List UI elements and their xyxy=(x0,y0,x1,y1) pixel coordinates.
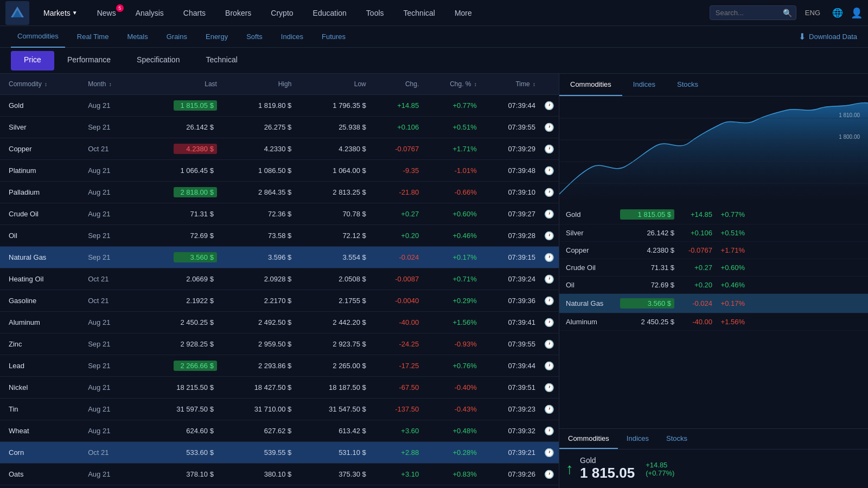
commodity-alert[interactable]: 🕐 xyxy=(540,312,559,333)
table-row[interactable]: Oats Aug 21 378.10 $ 380.10 $ 375.30 $ +… xyxy=(0,464,559,485)
user-avatar[interactable]: 👤 xyxy=(851,7,863,19)
mini-row[interactable]: Silver 26.142 $ +0.106 +0.51% xyxy=(559,224,868,242)
nav-metals[interactable]: Metals xyxy=(120,26,154,48)
table-row[interactable]: Natural Gas Sep 21 3.560 $ 3.596 $ 3.554… xyxy=(0,247,559,268)
alert-clock-icon[interactable]: 🕐 xyxy=(544,339,554,349)
download-data-button[interactable]: ⬇ Download Data xyxy=(799,31,857,42)
commodity-alert[interactable]: 🕐 xyxy=(540,203,559,225)
mini-row[interactable]: Oil 72.69 $ +0.20 +0.46% xyxy=(559,277,868,294)
table-row[interactable]: Aluminum Aug 21 2 450.25 $ 2 492.50 $ 2 … xyxy=(0,312,559,333)
commodity-alert[interactable]: 🕐 xyxy=(540,485,559,489)
nav-tools[interactable]: Tools xyxy=(356,0,394,26)
col-chgpct[interactable]: Chg. % ↕ xyxy=(423,74,481,95)
table-row[interactable]: Palladium Aug 21 2 818.00 $ 2 864.35 $ 2… xyxy=(0,182,559,203)
alert-clock-icon[interactable]: 🕐 xyxy=(544,166,554,175)
nav-more[interactable]: More xyxy=(445,0,482,26)
alert-clock-icon[interactable]: 🕐 xyxy=(544,470,554,479)
table-row[interactable]: Copper Oct 21 4.2380 $ 4.2330 $ 4.2380 $… xyxy=(0,138,559,160)
nav-charts[interactable]: Charts xyxy=(174,0,215,26)
table-row[interactable]: Heating Oil Oct 21 2.0669 $ 2.0928 $ 2.0… xyxy=(0,268,559,290)
nav-realtime[interactable]: Real Time xyxy=(71,26,116,48)
commodity-alert[interactable]: 🕐 xyxy=(540,138,559,160)
commodity-alert[interactable]: 🕐 xyxy=(540,442,559,464)
col-time[interactable]: Time ↕ xyxy=(481,74,540,95)
table-row[interactable]: Platinum Aug 21 1 066.45 $ 1 086.50 $ 1 … xyxy=(0,160,559,182)
alert-clock-icon[interactable]: 🕐 xyxy=(544,404,554,414)
table-row[interactable]: Tin Aug 21 31 597.50 $ 31 710.00 $ 31 54… xyxy=(0,399,559,420)
nav-crypto[interactable]: Crypto xyxy=(261,0,303,26)
alert-clock-icon[interactable]: 🕐 xyxy=(544,448,554,457)
alert-clock-icon[interactable]: 🕐 xyxy=(544,361,554,370)
commodity-alert[interactable]: 🕐 xyxy=(540,160,559,182)
col-last[interactable]: Last xyxy=(136,74,221,95)
col-high[interactable]: High xyxy=(221,74,296,95)
table-row[interactable]: Nickel Aug 21 18 215.50 $ 18 427.50 $ 18… xyxy=(0,377,559,399)
nav-indices[interactable]: Indices xyxy=(275,26,310,48)
commodity-alert[interactable]: 🕐 xyxy=(540,117,559,138)
alert-clock-icon[interactable]: 🕐 xyxy=(544,144,554,153)
bottom-tab-stocks[interactable]: Stocks xyxy=(658,429,696,449)
nav-commodities[interactable]: Commodities xyxy=(11,26,65,48)
col-chg[interactable]: Chg. xyxy=(371,74,424,95)
table-row[interactable]: Crude Oil Aug 21 71.31 $ 72.36 $ 70.78 $… xyxy=(0,203,559,225)
nav-grains[interactable]: Grains xyxy=(160,26,194,48)
tab-technical[interactable]: Technical xyxy=(193,48,250,74)
bottom-tab-indices[interactable]: Indices xyxy=(618,429,658,449)
commodity-alert[interactable]: 🕐 xyxy=(540,333,559,355)
table-row[interactable]: Silver Sep 21 26.142 $ 26.275 $ 25.938 $… xyxy=(0,117,559,138)
alert-clock-icon[interactable]: 🕐 xyxy=(544,296,554,305)
mini-row[interactable]: Copper 4.2380 $ -0.0767 +1.71% xyxy=(559,242,868,259)
alert-clock-icon[interactable]: 🕐 xyxy=(544,231,554,240)
commodity-alert[interactable]: 🕐 xyxy=(540,95,559,117)
tab-specification[interactable]: Specification xyxy=(124,48,193,74)
table-row[interactable]: Lunberum Aug 21 810.30 $ 852.40 $ 779.70… xyxy=(0,485,559,489)
table-row[interactable]: Wheat Aug 21 624.60 $ 627.62 $ 613.42 $ … xyxy=(0,420,559,442)
commodity-alert[interactable]: 🕐 xyxy=(540,225,559,247)
language-selector[interactable]: ENG xyxy=(801,9,825,17)
nav-energy[interactable]: Energy xyxy=(199,26,234,48)
alert-clock-icon[interactable]: 🕐 xyxy=(544,274,554,284)
mini-row[interactable]: Natural Gas 3.560 $ -0.024 +0.17% xyxy=(559,294,868,313)
commodity-alert[interactable]: 🕐 xyxy=(540,355,559,377)
tab-performance[interactable]: Performance xyxy=(54,48,124,74)
commodity-alert[interactable]: 🕐 xyxy=(540,182,559,203)
nav-technical[interactable]: Technical xyxy=(394,0,445,26)
right-tab-commodities[interactable]: Commodities xyxy=(559,74,622,96)
right-tab-stocks[interactable]: Stocks xyxy=(666,74,709,96)
alert-clock-icon[interactable]: 🕐 xyxy=(544,188,554,197)
table-row[interactable]: Gold Aug 21 1 815.05 $ 1 819.80 $ 1 796.… xyxy=(0,95,559,117)
bottom-tab-commodities[interactable]: Commodities xyxy=(559,429,618,449)
alert-clock-icon[interactable]: 🕐 xyxy=(544,318,554,327)
commodity-alert[interactable]: 🕐 xyxy=(540,290,559,312)
commodity-alert[interactable]: 🕐 xyxy=(540,268,559,290)
commodity-alert[interactable]: 🕐 xyxy=(540,377,559,399)
mini-row[interactable]: Gold 1 815.05 $ +14.85 +0.77% xyxy=(559,205,868,224)
tab-price[interactable]: Price xyxy=(11,51,54,70)
col-commodity[interactable]: Commodity ↕ xyxy=(0,74,84,95)
nav-news[interactable]: News 5 xyxy=(87,0,126,26)
alert-clock-icon[interactable]: 🕐 xyxy=(544,101,554,110)
alert-clock-icon[interactable]: 🕐 xyxy=(544,123,554,132)
table-row[interactable]: Lead Sep 21 2 266.66 $ 2 293.86 $ 2 265.… xyxy=(0,355,559,377)
mini-row[interactable]: Aluminum 2 450.25 $ -40.00 +1.56% xyxy=(559,313,868,331)
alert-clock-icon[interactable]: 🕐 xyxy=(544,383,554,392)
alert-clock-icon[interactable]: 🕐 xyxy=(544,426,554,435)
nav-markets[interactable]: Markets ▼ xyxy=(34,0,87,26)
col-month[interactable]: Month ↕ xyxy=(84,74,136,95)
nav-analysis[interactable]: Analysis xyxy=(126,0,174,26)
commodity-alert[interactable]: 🕐 xyxy=(540,247,559,268)
table-row[interactable]: Zinc Sep 21 2 928.25 $ 2 959.50 $ 2 923.… xyxy=(0,333,559,355)
mini-row[interactable]: Crude Oil 71.31 $ +0.27 +0.60% xyxy=(559,259,868,277)
commodity-alert[interactable]: 🕐 xyxy=(540,420,559,442)
alert-clock-icon[interactable]: 🕐 xyxy=(544,209,554,219)
nav-education[interactable]: Education xyxy=(303,0,356,26)
table-row[interactable]: Oil Sep 21 72.69 $ 73.58 $ 72.12 $ +0.20… xyxy=(0,225,559,247)
nav-futures[interactable]: Futures xyxy=(315,26,352,48)
col-low[interactable]: Low xyxy=(296,74,370,95)
right-tab-indices[interactable]: Indices xyxy=(622,74,666,96)
nav-softs[interactable]: Softs xyxy=(240,26,269,48)
table-row[interactable]: Corn Oct 21 533.60 $ 539.55 $ 531.10 $ +… xyxy=(0,442,559,464)
table-row[interactable]: Gasoline Oct 21 2.1922 $ 2.2170 $ 2.1755… xyxy=(0,290,559,312)
nav-brokers[interactable]: Brokers xyxy=(215,0,261,26)
alert-clock-icon[interactable]: 🕐 xyxy=(544,253,554,262)
